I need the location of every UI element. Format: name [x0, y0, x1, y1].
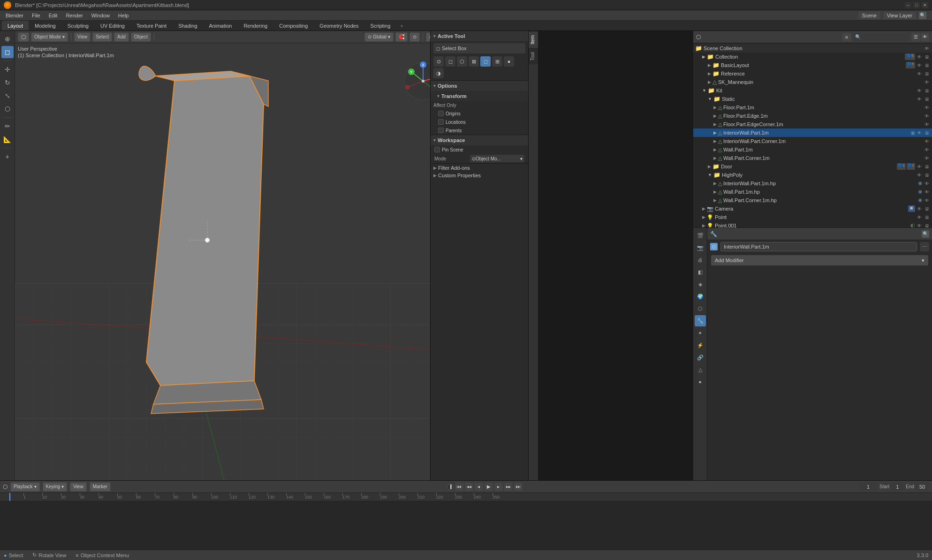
camera-item[interactable]: ▶ 📷 Camera ▣ 👁 🖥 [693, 204, 932, 213]
minimize-button[interactable]: ─ [905, 2, 911, 8]
view-menu[interactable]: View [74, 32, 91, 42]
active-tool-header[interactable]: ▾ Active Tool [431, 31, 528, 41]
tab-shading[interactable]: Shading [173, 21, 203, 30]
output-prop-icon[interactable]: 🖨 [695, 254, 706, 265]
snap-toggle[interactable]: 🧲 [395, 32, 408, 42]
workspace-header[interactable]: ▾ Workspace [431, 135, 528, 145]
data-prop-icon[interactable]: △ [695, 364, 706, 375]
reference-item[interactable]: ▶ 📁 Reference 👁 🖥 [693, 69, 932, 78]
wc-vis-btn[interactable]: 👁 [924, 155, 930, 161]
tab-layout[interactable]: Layout [2, 21, 29, 30]
start-frame-input[interactable]: 1 [890, 483, 904, 491]
prev-keyframe-btn[interactable]: ◂◂ [465, 483, 473, 491]
interiorwall-item[interactable]: ▶ △ InteriorWall.Part.1m ◉ 👁 🖥 [693, 129, 932, 137]
iwhp-vis-btn[interactable]: 👁 [924, 180, 930, 187]
keying-menu[interactable]: Keying ▾ [43, 482, 68, 492]
wall-part-item[interactable]: ▶ △ Wall.Part.1m 👁 [693, 145, 932, 154]
tool-icon-6[interactable]: ⊞ [492, 56, 502, 67]
kit-vis-btn[interactable]: 👁 [916, 87, 923, 94]
hp-vis-btn[interactable]: 👁 [916, 172, 923, 178]
transform-header[interactable]: ▾ Transform [431, 91, 528, 101]
timeline-ruler[interactable]: 1 10 20 30 40 50 60 70 80 90 100 110 120… [0, 493, 932, 501]
wp-hp-item[interactable]: ▶ △ Wall.Part.1m.hp ◉ 👁 [693, 188, 932, 196]
object-mode-button[interactable]: Object Mode ▾ [31, 32, 68, 42]
scene-prop-icon[interactable]: 🎬 [695, 230, 706, 241]
end-frame-input[interactable]: 50 [915, 483, 929, 491]
constraints-prop-icon[interactable]: 🔗 [695, 352, 706, 363]
menu-edit[interactable]: Edit [45, 12, 61, 19]
proportional-edit[interactable]: ⊙ [409, 32, 420, 42]
mode-dropdown[interactable]: ⊙ Object Mo... ▾ [470, 155, 524, 162]
close-button[interactable]: ✕ [922, 2, 928, 8]
measure-tool-button[interactable]: 📐 [1, 133, 14, 145]
play-audio-btn[interactable]: ▐ [447, 484, 454, 490]
tool-icon-8[interactable]: ◑ [433, 68, 444, 78]
point-item[interactable]: ▶ 💡 Point 👁 🖥 [693, 213, 932, 221]
tool-icon-3[interactable]: ⬡ [457, 56, 467, 67]
kit-item[interactable]: ▼ 📁 Kit 👁 🖥 [693, 86, 932, 95]
add-tool-button[interactable]: + [1, 151, 14, 163]
scale-tool-button[interactable]: ⤡ [1, 90, 14, 102]
ntab-tool[interactable]: Tool [529, 48, 538, 64]
modifier-prop-icon[interactable]: 🔧 [695, 315, 706, 326]
jump-start-btn[interactable]: ⏮ [455, 483, 463, 491]
sk-mannequin-item[interactable]: ▶ △ SK_Mannequin 👁 [693, 78, 932, 86]
coll-vis-btn[interactable]: 👁 [916, 53, 923, 60]
filter-addons-toggle[interactable]: ▶ Filter Add-ons [433, 165, 525, 171]
wchp-vis-btn[interactable]: 👁 [924, 197, 930, 204]
ref-vis-btn[interactable]: 👁 [916, 70, 923, 77]
tab-texture-paint[interactable]: Texture Paint [131, 21, 172, 30]
interiorwall-corner-item[interactable]: ▶ △ InteriorWall.Part.Corner.1m 👁 [693, 137, 932, 145]
floor-vis-btn[interactable]: 👁 [924, 104, 930, 111]
search-global-icon[interactable]: 🔍 [919, 12, 926, 19]
maximize-button[interactable]: □ [913, 2, 920, 8]
timeline-playhead[interactable] [9, 493, 10, 501]
select-menu[interactable]: Select [92, 32, 112, 42]
tab-modeling[interactable]: Modeling [29, 21, 61, 30]
floor-edge-item[interactable]: ▶ △ Floor.Part.Edge.1m 👁 [693, 112, 932, 120]
tab-rendering[interactable]: Rendering [238, 21, 273, 30]
cursor-tool-button[interactable]: ⊕ [1, 33, 14, 45]
custom-props-toggle[interactable]: ▶ Custom Properties [433, 173, 525, 178]
tab-sculpting[interactable]: Sculpting [62, 21, 94, 30]
cam-restrict-btn[interactable]: 🖥 [924, 205, 930, 212]
global-coords-button[interactable]: ⊙ Global ▾ [364, 32, 394, 42]
object-name-input[interactable]: InteriorWall.Part.1m [720, 242, 917, 251]
pt-vis-btn[interactable]: 👁 [916, 214, 923, 220]
editor-type-button[interactable]: ⬡ [18, 32, 29, 42]
render-prop-icon[interactable]: 📷 [695, 242, 706, 253]
wp-vis-btn[interactable]: 👁 [924, 146, 930, 153]
outliner-type-icon[interactable]: ⬡ [696, 34, 701, 40]
timeline-type-icon[interactable]: ⬡ [3, 484, 8, 490]
pt1-restrict-btn[interactable]: 🖥 [924, 222, 930, 227]
bl-restrict-btn[interactable]: 🖥 [924, 62, 930, 68]
hp-restrict-btn[interactable]: 🖥 [924, 172, 930, 178]
tool-icon-4[interactable]: ⊠ [469, 56, 479, 67]
iwc-vis-btn[interactable]: 👁 [924, 138, 930, 144]
obj-extras-btn[interactable]: ⋯ [920, 242, 929, 251]
world-prop-icon[interactable]: 🌍 [695, 291, 706, 302]
outliner-filter-icon[interactable]: ≡ [842, 33, 851, 41]
iw-hp-item[interactable]: ▶ △ InteriorWall.Part.1m.hp ◉ 👁 [693, 179, 932, 188]
material-prop-icon[interactable]: ● [695, 376, 706, 387]
ref-restrict-btn[interactable]: 🖥 [924, 70, 930, 77]
pin-scene-checkbox[interactable] [434, 147, 440, 152]
iw-vis-btn[interactable]: 👁 [916, 129, 923, 136]
object-menu[interactable]: Object [131, 32, 151, 42]
highpoly-item[interactable]: ▼ 📁 HighPoly 👁 🖥 [693, 171, 932, 179]
outliner-search[interactable]: 🔍 [853, 33, 909, 41]
play-btn[interactable]: ▶ [485, 483, 493, 491]
locations-checkbox[interactable] [438, 119, 444, 125]
ntab-item[interactable]: Item [529, 31, 538, 48]
point001-item[interactable]: ▶ 💡 Point.001 ◐ 👁 🖥 [693, 221, 932, 227]
physics-prop-icon[interactable]: ⚡ [695, 340, 706, 351]
prev-frame-btn[interactable]: ◂ [475, 483, 483, 491]
basiclayout-item[interactable]: ▶ 📁 BasicLayout 🔵5 👁 🖥 [693, 61, 932, 69]
door-item[interactable]: ▶ 📁 Door 🔵3 🔵2 👁 🖥 [693, 162, 932, 171]
render-layer-selector[interactable]: View Layer [883, 12, 916, 19]
select-box-button[interactable]: ◻ Select Box [433, 43, 525, 53]
parents-checkbox[interactable] [438, 128, 444, 133]
tab-scripting[interactable]: Scripting [364, 21, 396, 30]
playback-menu[interactable]: Playback ▾ [10, 482, 40, 492]
scene-selector[interactable]: Scene [858, 12, 880, 19]
